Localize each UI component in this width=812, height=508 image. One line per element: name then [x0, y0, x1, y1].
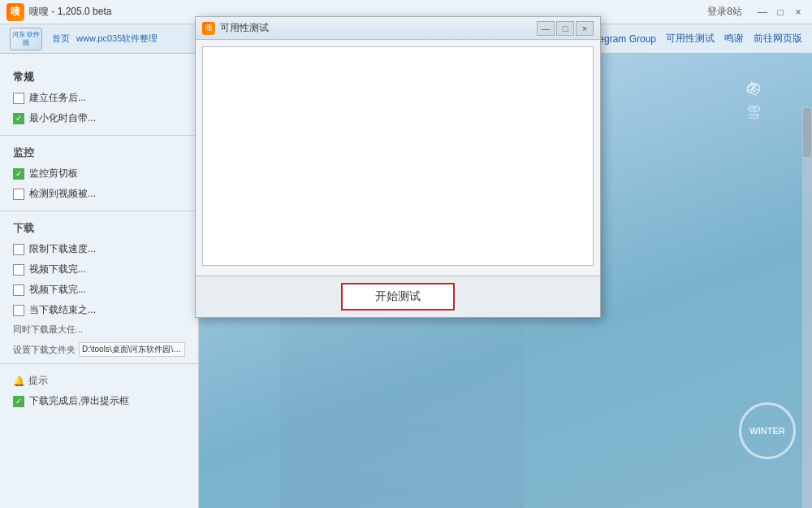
modal-app-icon: 嗖	[202, 22, 215, 35]
thanks-link[interactable]: 鸣谢	[724, 32, 744, 46]
divider-3	[0, 363, 198, 364]
modal-close-button[interactable]: ×	[576, 21, 594, 36]
nav-links: 首页 www.pc035软件整理	[52, 33, 158, 45]
list-item[interactable]: 限制下载速度...	[0, 239, 198, 259]
modal-title-text: 可用性测试	[220, 21, 532, 35]
left-panel: 常规 建立任务后... 最小化时自带... 监控 监控剪切板 检测到视频被...	[0, 54, 199, 508]
list-item[interactable]: 下载完成后,弹出提示框	[0, 391, 198, 411]
checkbox-video-done-2[interactable]	[13, 284, 24, 296]
checkbox-tip-popup[interactable]	[13, 396, 24, 407]
tip-popup-label: 下载完成后,弹出提示框	[29, 394, 129, 408]
checkbox-create-task[interactable]	[13, 93, 24, 104]
scroll-thumb[interactable]	[803, 108, 811, 157]
nav-home-link[interactable]: 首页	[52, 33, 70, 45]
checkbox-minimize[interactable]	[13, 113, 24, 124]
create-task-label: 建立任务后...	[29, 91, 86, 105]
modal-footer: 开始测试	[196, 276, 600, 317]
monitor-section-title: 监控	[0, 142, 198, 163]
scrollbar[interactable]	[802, 107, 812, 508]
login-link[interactable]: 登录8站	[707, 5, 742, 19]
list-item[interactable]: 当下载结束之...	[0, 300, 198, 320]
modal-maximize-button[interactable]: □	[556, 21, 574, 36]
availability-test-link[interactable]: 可用性测试	[666, 32, 715, 46]
tip-icon: 🔔	[13, 376, 25, 387]
modal-content	[196, 40, 600, 276]
modal-minimize-button[interactable]: —	[537, 21, 555, 36]
max-task-label: 同时下载最大任...	[13, 323, 83, 336]
tip-title-text: 提示	[28, 374, 48, 388]
modal-title-bar: 嗖 可用性测试 — □ ×	[196, 17, 600, 40]
path-bar: 设置下载文件夹 D:\tools\桌面\河东软件园\jjdownsghduqhw…	[13, 342, 185, 357]
window-controls: — □ ×	[755, 5, 806, 20]
tip-section-label: 🔔 提示	[13, 374, 185, 388]
tip-section: 🔔 提示	[0, 371, 198, 391]
checkbox-video-done-1[interactable]	[13, 264, 24, 276]
nav-site-link[interactable]: www.pc035软件整理	[76, 33, 158, 45]
video-done-1-label: 视频下载完...	[29, 263, 86, 276]
general-section-title: 常规	[0, 63, 198, 88]
winter-text: 冬の雪	[744, 70, 763, 97]
winter-badge: WINTER	[739, 402, 796, 459]
list-item[interactable]: 视频下载完...	[0, 259, 198, 280]
divider-1	[0, 135, 198, 136]
path-value: D:\tools\桌面\河东软件园\jjdownsghduqhwhqhq\jjd…	[79, 342, 185, 357]
video-done-2-label: 视频下载完...	[29, 283, 86, 297]
checkbox-limit-speed[interactable]	[13, 244, 24, 255]
monitor-clipboard-label: 监控剪切板	[29, 167, 78, 180]
modal-dialog[interactable]: 嗖 可用性测试 — □ × 开始测试	[195, 16, 601, 318]
checkbox-monitor-clipboard[interactable]	[13, 168, 24, 180]
limit-speed-label: 限制下载速度...	[29, 242, 96, 256]
path-label: 设置下载文件夹	[13, 344, 76, 356]
checkbox-detect-video[interactable]	[13, 189, 24, 200]
download-section-title: 下载	[0, 218, 198, 239]
list-item: 同时下载最大任...	[0, 320, 198, 339]
minimize-label: 最小化时自带...	[29, 111, 96, 125]
list-item[interactable]: 监控剪切板	[0, 163, 198, 184]
list-item[interactable]: 建立任务后...	[0, 88, 198, 108]
checkbox-end-download[interactable]	[13, 305, 24, 316]
list-item[interactable]: 视频下载完...	[0, 280, 198, 300]
divider-2	[0, 211, 198, 211]
end-download-label: 当下载结束之...	[29, 303, 96, 317]
nav-right-links: Join Telegram Group 可用性测试 鸣谢 前往网页版	[566, 32, 802, 46]
nav-logo-area: 河东 软件园	[10, 28, 42, 50]
minimize-button[interactable]: —	[755, 5, 770, 20]
goto-web-link[interactable]: 前往网页版	[754, 32, 802, 46]
app-logo-icon: 嗖	[6, 3, 24, 21]
list-item[interactable]: 检测到视频被...	[0, 184, 198, 204]
start-test-button[interactable]: 开始测试	[341, 283, 455, 310]
close-button[interactable]: ×	[791, 5, 806, 20]
list-item[interactable]: 最小化时自带...	[0, 108, 198, 128]
modal-controls: — □ ×	[537, 21, 594, 36]
site-logo-text: 河东 软件园	[11, 31, 41, 46]
maximize-button[interactable]: □	[773, 5, 788, 20]
winter-badge-text: WINTER	[749, 426, 784, 436]
site-logo: 河东 软件园	[10, 28, 42, 50]
modal-text-area[interactable]	[202, 46, 594, 266]
detect-video-label: 检测到视频被...	[29, 187, 96, 201]
